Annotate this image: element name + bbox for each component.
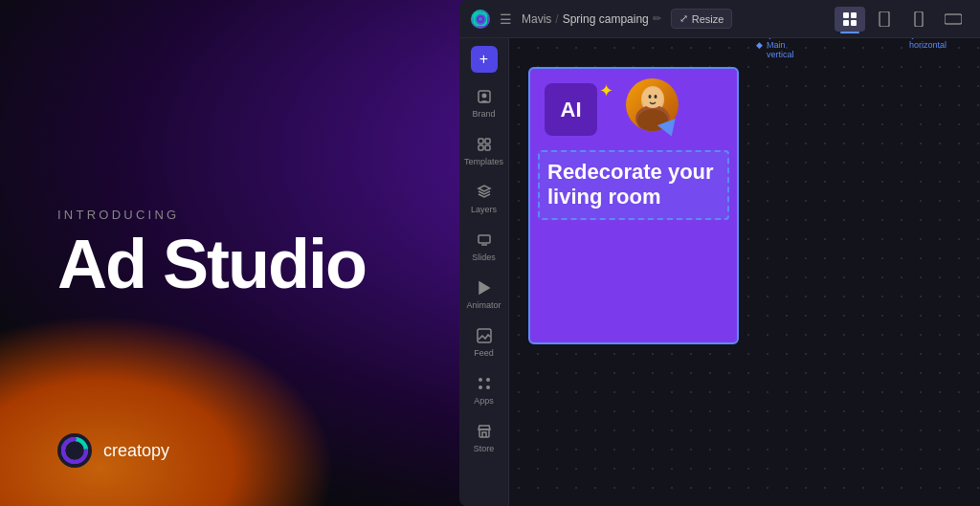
breadcrumb: Mavis / Spring campaing ✏ <box>522 12 661 26</box>
app-mockup: ☰ Mavis / Spring campaing ✏ ⤢ Resize <box>459 0 980 506</box>
editor-card-inner: AI ✦ <box>530 69 737 342</box>
view-btn-landscape[interactable] <box>938 7 969 32</box>
sidebar-item-feed[interactable]: Feed <box>461 319 507 363</box>
svg-rect-14 <box>479 139 483 143</box>
sofa-vert-card-container: ✦ Add Background <box>756 325 895 506</box>
slides-icon <box>474 230 495 251</box>
vertical-card-label: ◆ ◆ Main vertical <box>756 38 794 59</box>
horizontal-card-label: ◆ Main horizontal <box>909 38 947 50</box>
svg-point-3 <box>474 12 487 26</box>
svg-rect-9 <box>880 11 889 27</box>
svg-rect-6 <box>851 12 857 18</box>
sidebar-item-layers[interactable]: Layers <box>461 176 507 220</box>
apps-icon <box>474 373 495 394</box>
headline-text: Redecorate your living room <box>547 160 720 210</box>
sidebar-store-label: Store <box>474 444 495 453</box>
sidebar-item-slides[interactable]: Slides <box>461 224 507 268</box>
svg-rect-18 <box>479 235 490 243</box>
svg-rect-15 <box>485 139 490 143</box>
sidebar-apps-label: Apps <box>474 396 494 406</box>
svg-rect-25 <box>479 429 489 437</box>
sidebar-item-apps[interactable]: Apps <box>461 367 507 411</box>
view-btn-mobile[interactable] <box>903 7 934 32</box>
logo-area: creatopy <box>57 433 169 468</box>
sidebar-animator-label: Animator <box>466 300 501 310</box>
sidebar: + Brand Templates <box>459 38 509 506</box>
ai-label: AI <box>561 98 582 122</box>
svg-point-21 <box>479 378 482 382</box>
sidebar-templates-label: Templates <box>464 157 503 166</box>
svg-point-13 <box>481 94 486 99</box>
sidebar-brand-label: Brand <box>472 109 495 119</box>
sparkle-icon: ✦ <box>599 80 613 101</box>
store-icon <box>474 421 495 442</box>
view-mode-buttons <box>835 7 969 32</box>
layers-icon <box>474 182 495 203</box>
svg-point-2 <box>70 446 79 455</box>
sidebar-slides-label: Slides <box>472 253 496 262</box>
edit-icon[interactable]: ✏ <box>653 12 661 25</box>
sidebar-layers-label: Layers <box>471 205 497 214</box>
svg-rect-11 <box>945 14 962 24</box>
svg-point-28 <box>642 87 663 108</box>
svg-point-22 <box>486 378 490 382</box>
svg-point-24 <box>486 385 490 389</box>
ai-badge: AI <box>545 83 597 136</box>
svg-rect-7 <box>843 20 849 26</box>
svg-rect-17 <box>485 145 490 150</box>
svg-rect-10 <box>915 11 923 27</box>
sidebar-item-animator[interactable]: Animator <box>461 272 507 316</box>
sidebar-feed-label: Feed <box>474 348 494 358</box>
feed-icon <box>474 325 495 346</box>
sidebar-add-button[interactable]: + <box>471 46 498 73</box>
canvas-content: AI ✦ <box>519 48 980 506</box>
svg-point-29 <box>648 95 651 99</box>
app-logo <box>471 10 490 29</box>
brand-icon <box>474 86 495 107</box>
page-title: Ad Studio <box>57 230 366 298</box>
creatopy-logo-icon <box>57 433 92 468</box>
creatopy-text: creatopy <box>103 441 169 461</box>
introducing-label: INTRODUCING <box>57 208 366 222</box>
resize-label: Resize <box>692 13 724 25</box>
animator-icon <box>474 277 495 298</box>
breadcrumb-sep: / <box>555 12 558 26</box>
left-panel: INTRODUCING Ad Studio <box>57 0 366 506</box>
workspace-name: Mavis <box>522 12 551 26</box>
headline-box[interactable]: Redecorate your living room <box>538 150 729 220</box>
sidebar-item-templates[interactable]: Templates <box>461 128 507 172</box>
campaign-name: Spring campaing <box>563 12 649 26</box>
svg-point-23 <box>479 385 482 389</box>
top-bar: ☰ Mavis / Spring campaing ✏ ⤢ Resize <box>459 0 980 38</box>
resize-icon: ⤢ <box>679 12 688 25</box>
view-btn-portrait[interactable] <box>869 7 900 32</box>
hamburger-icon[interactable]: ☰ <box>500 11 512 27</box>
sidebar-item-store[interactable]: Store <box>461 415 507 459</box>
svg-rect-16 <box>479 145 483 150</box>
main-editor-card[interactable]: AI ✦ <box>528 67 739 344</box>
svg-point-30 <box>654 95 657 99</box>
svg-point-4 <box>478 16 483 22</box>
templates-icon <box>474 134 495 155</box>
canvas-area: AI ✦ <box>509 38 980 506</box>
diamond-icon: ◆ <box>756 40 763 50</box>
resize-button[interactable]: ⤢ Resize <box>671 9 733 29</box>
sidebar-item-brand[interactable]: Brand <box>461 80 507 124</box>
svg-rect-5 <box>843 12 849 18</box>
svg-marker-19 <box>479 282 489 294</box>
view-btn-grid[interactable] <box>835 7 865 32</box>
svg-rect-8 <box>851 20 857 26</box>
